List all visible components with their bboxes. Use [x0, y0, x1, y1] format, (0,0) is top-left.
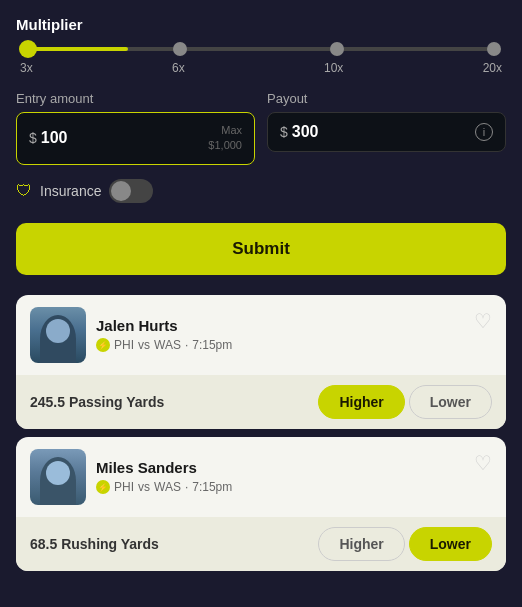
player-separator-hurts: · [185, 338, 188, 352]
player-meta-sanders: ⚡ PHI vs WAS · 7:15pm [96, 480, 492, 494]
slider-thumb-3x[interactable] [19, 40, 37, 58]
slider-fill [24, 47, 128, 51]
payout-value: 300 [292, 123, 475, 141]
payout-label: Payout [267, 91, 506, 106]
multiplier-slider[interactable] [16, 47, 506, 51]
player-vs-sanders: vs [138, 480, 150, 494]
insurance-label: Insurance [40, 183, 101, 199]
entry-amount-wrapper[interactable]: $ 100 Max $1,000 [16, 112, 255, 165]
player-time-sanders: 7:15pm [192, 480, 232, 494]
favorite-hurts-icon[interactable]: ♡ [474, 309, 492, 333]
player-name-sanders: Miles Sanders [96, 459, 492, 476]
payout-group: Payout $ 300 i [267, 91, 506, 165]
entry-max: Max $1,000 [208, 123, 242, 154]
player-avatar-hurts [30, 307, 86, 363]
insurance-row: 🛡 Insurance [16, 179, 506, 203]
player-time-hurts: 7:15pm [192, 338, 232, 352]
bet-buttons-sanders: Higher Lower [318, 527, 492, 561]
max-label: Max [208, 123, 242, 138]
stat-line-sanders: 68.5 Rushing Yards [30, 536, 159, 552]
team-icon-sanders: ⚡ [96, 480, 110, 494]
lower-button-sanders[interactable]: Lower [409, 527, 492, 561]
multiplier-section: Multiplier 3x 6x 10x 20x [16, 16, 506, 75]
toggle-thumb [111, 181, 131, 201]
shield-icon: 🛡 [16, 182, 32, 200]
player-name-hurts: Jalen Hurts [96, 317, 492, 334]
bet-buttons-hurts: Higher Lower [318, 385, 492, 419]
multiplier-title: Multiplier [16, 16, 506, 33]
slider-thumb-20x[interactable] [487, 42, 501, 56]
player-header-hurts: Jalen Hurts ⚡ PHI vs WAS · 7:15pm ♡ [16, 295, 506, 375]
slider-labels: 3x 6x 10x 20x [16, 61, 506, 75]
player-team-hurts: PHI [114, 338, 134, 352]
max-value: $1,000 [208, 138, 242, 153]
slider-label-6x: 6x [172, 61, 185, 75]
submit-button[interactable]: Submit [16, 223, 506, 275]
insurance-toggle[interactable] [109, 179, 153, 203]
lower-button-hurts[interactable]: Lower [409, 385, 492, 419]
slider-track [24, 47, 498, 51]
favorite-sanders-icon[interactable]: ♡ [474, 451, 492, 475]
player-header-sanders: Miles Sanders ⚡ PHI vs WAS · 7:15pm ♡ [16, 437, 506, 517]
player-separator-sanders: · [185, 480, 188, 494]
inputs-row: Entry amount $ 100 Max $1,000 Payout $ 3… [16, 91, 506, 165]
payout-info-icon[interactable]: i [475, 123, 493, 141]
player-card-hurts: Jalen Hurts ⚡ PHI vs WAS · 7:15pm ♡ 245.… [16, 295, 506, 429]
player-vs-hurts: vs [138, 338, 150, 352]
slider-label-3x: 3x [20, 61, 33, 75]
payout-wrapper: $ 300 i [267, 112, 506, 152]
slider-label-20x: 20x [483, 61, 502, 75]
higher-button-hurts[interactable]: Higher [318, 385, 404, 419]
stat-line-hurts: 245.5 Passing Yards [30, 394, 164, 410]
player-opponent-hurts: WAS [154, 338, 181, 352]
player-info-sanders: Miles Sanders ⚡ PHI vs WAS · 7:15pm [96, 459, 492, 494]
slider-label-10x: 10x [324, 61, 343, 75]
player-stats-hurts: 245.5 Passing Yards Higher Lower [16, 375, 506, 429]
player-avatar-sanders [30, 449, 86, 505]
higher-button-sanders[interactable]: Higher [318, 527, 404, 561]
payout-currency: $ [280, 124, 288, 140]
entry-currency: $ [29, 130, 37, 146]
player-opponent-sanders: WAS [154, 480, 181, 494]
entry-amount-group: Entry amount $ 100 Max $1,000 [16, 91, 255, 165]
player-meta-hurts: ⚡ PHI vs WAS · 7:15pm [96, 338, 492, 352]
player-stats-sanders: 68.5 Rushing Yards Higher Lower [16, 517, 506, 571]
player-card-sanders: Miles Sanders ⚡ PHI vs WAS · 7:15pm ♡ 68… [16, 437, 506, 571]
team-icon-hurts: ⚡ [96, 338, 110, 352]
entry-amount-label: Entry amount [16, 91, 255, 106]
player-team-sanders: PHI [114, 480, 134, 494]
entry-value[interactable]: 100 [41, 129, 209, 147]
slider-thumb-6x[interactable] [173, 42, 187, 56]
slider-thumb-10x[interactable] [330, 42, 344, 56]
player-info-hurts: Jalen Hurts ⚡ PHI vs WAS · 7:15pm [96, 317, 492, 352]
